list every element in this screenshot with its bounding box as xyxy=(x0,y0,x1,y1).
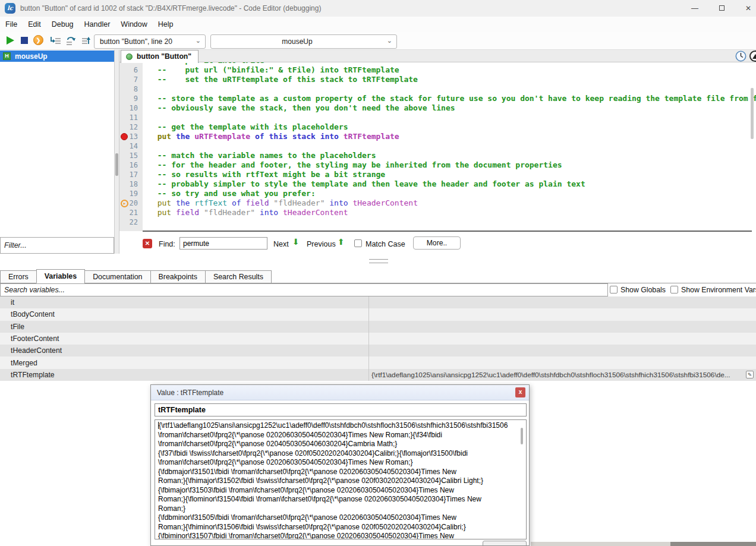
code-line-12[interactable]: 12 -- get the template with its placehol… xyxy=(119,122,756,132)
code-line-22[interactable]: 22 xyxy=(119,217,756,227)
variable-name: tFile xyxy=(0,323,24,331)
menu-file[interactable]: File xyxy=(0,20,23,29)
code-line-17[interactable]: 17 -- so results with rtfText might be a… xyxy=(119,170,756,179)
line-number[interactable]: 18 xyxy=(119,179,143,189)
trace-into-button[interactable] xyxy=(81,36,93,46)
step-out-button[interactable] xyxy=(65,36,77,46)
variable-value-textarea[interactable]: {\rtf1\adeflang1025\ansi\ansicpg1252\uc1… xyxy=(155,419,527,539)
maximize-button[interactable] xyxy=(711,0,732,17)
code-line-10[interactable]: 10 -- obviously save the stack, then you… xyxy=(119,103,756,113)
line-number[interactable]: 22 xyxy=(119,217,143,227)
variable-row-tbodycontent[interactable]: tBodyContent xyxy=(0,308,756,320)
show-environment-checkbox[interactable] xyxy=(670,286,678,293)
script-editor[interactable]: 5 -- put it into tFile6 -- put url ("bin… xyxy=(119,62,756,231)
code-line-14[interactable]: 14 xyxy=(119,141,756,151)
tab-variables[interactable]: Variables xyxy=(36,269,85,283)
line-number[interactable]: 15 xyxy=(119,151,143,160)
current-line-icon[interactable] xyxy=(121,200,128,207)
line-number[interactable]: 11 xyxy=(119,113,143,122)
line-number[interactable]: 8 xyxy=(119,84,143,94)
breakpoint-icon[interactable] xyxy=(121,133,128,140)
code-line-6[interactable]: 6 -- put url ("binfile:" & tFile) into t… xyxy=(119,65,756,75)
handler-selector-dropdown[interactable]: mouseUp xyxy=(210,34,397,49)
edit-value-icon[interactable] xyxy=(746,371,754,378)
line-number[interactable]: 9 xyxy=(119,94,143,103)
sidebar-scrollbar-thumb[interactable] xyxy=(115,153,118,176)
menu-window[interactable]: Window xyxy=(115,20,152,29)
tab-button-button[interactable]: button "Button" xyxy=(121,50,199,63)
dialog-scrollbar-thumb[interactable] xyxy=(521,428,523,444)
close-button[interactable]: ✕ xyxy=(738,0,756,17)
handler-filter-input[interactable] xyxy=(1,238,114,253)
step-over-button[interactable] xyxy=(33,35,43,45)
line-number[interactable]: 21 xyxy=(119,208,143,217)
tab-breakpoints[interactable]: Breakpoints xyxy=(150,270,206,283)
code-line-16[interactable]: 16 -- for the header and footer, the sty… xyxy=(119,160,756,170)
code-line-7[interactable]: 7 -- set the uRTFtemplate of this stack … xyxy=(119,75,756,84)
code-line-20[interactable]: 20 put the rtfText of field "fldHeader" … xyxy=(119,198,756,208)
variable-row-theadercontent[interactable]: tHeaderContent xyxy=(0,345,756,356)
line-number[interactable]: 16 xyxy=(119,160,143,170)
rtf-content-line: \froman\fcharset0\fprq2{\*\panose 020405… xyxy=(158,440,523,449)
pending-messages-clock-icon[interactable] xyxy=(735,51,746,62)
line-number[interactable]: 13 xyxy=(119,132,143,141)
line-number[interactable]: 6 xyxy=(119,65,143,75)
panel-splitter-handle[interactable] xyxy=(369,259,388,263)
variable-row-trtftemplate[interactable]: tRTFtemplate{\rtf1\adeflang1025\ansi\ans… xyxy=(0,369,756,381)
next-arrow-icon[interactable] xyxy=(292,237,300,247)
show-globals-checkbox[interactable] xyxy=(610,286,618,293)
line-number[interactable]: 19 xyxy=(119,189,143,198)
code-line-21[interactable]: 21 put field "fldHeader" into tHeaderCon… xyxy=(119,208,756,217)
code-line-9[interactable]: 9 -- store the template as a custom prop… xyxy=(119,94,756,103)
horizontal-scrollbar-thumb[interactable] xyxy=(670,542,756,546)
code-line-19[interactable]: 19 -- so try and use what you prefer: xyxy=(119,189,756,198)
dialog-title-bar[interactable]: Value : tRTFtemplate x xyxy=(151,385,529,400)
variable-row-tfootercontent[interactable]: tFooterContent xyxy=(0,333,756,345)
minimize-button[interactable]: — xyxy=(685,0,705,17)
line-number[interactable]: 10 xyxy=(119,103,143,113)
dialog-close-button[interactable]: x xyxy=(515,387,525,397)
code-line-11[interactable]: 11 xyxy=(119,113,756,122)
rtf-content-line: \froman\fcharset0\fprq2{\*\panose 020206… xyxy=(158,458,523,468)
dialog-partial-button[interactable] xyxy=(483,541,527,546)
code-text xyxy=(143,113,148,122)
handler-type-icon: H xyxy=(3,52,11,60)
line-number[interactable]: 20 xyxy=(119,198,143,208)
line-number[interactable]: 7 xyxy=(119,75,143,84)
bottom-panel-tabs: ErrorsVariablesDocumentationBreakpointsS… xyxy=(0,269,756,283)
sidebar-item-mouseup[interactable]: H mouseUp xyxy=(0,51,114,62)
menu-debug[interactable]: Debug xyxy=(46,20,79,29)
step-into-button[interactable] xyxy=(50,36,62,46)
line-number[interactable]: 12 xyxy=(119,122,143,132)
variable-row-tmerged[interactable]: tMerged xyxy=(0,356,756,368)
tab-errors[interactable]: Errors xyxy=(0,270,37,283)
variable-search-input[interactable] xyxy=(1,284,607,296)
find-next-button[interactable]: Next xyxy=(273,240,289,248)
find-input[interactable] xyxy=(179,237,267,250)
menu-edit[interactable]: Edit xyxy=(23,20,46,29)
tab-documentation[interactable]: Documentation xyxy=(84,270,150,283)
previous-arrow-icon[interactable] xyxy=(338,237,345,247)
line-number[interactable]: 17 xyxy=(119,170,143,179)
tab-search-results[interactable]: Search Results xyxy=(205,270,272,283)
line-number[interactable]: 14 xyxy=(119,141,143,151)
variable-name-input[interactable] xyxy=(155,403,527,416)
stop-debugging-button[interactable] xyxy=(21,37,28,44)
context-selector-dropdown[interactable]: button "Button", line 20 xyxy=(94,34,206,49)
match-case-checkbox[interactable] xyxy=(354,239,362,247)
code-line-18[interactable]: 18 -- probably simpler to style the temp… xyxy=(119,179,756,189)
find-previous-button[interactable]: Previous xyxy=(307,240,336,248)
run-continue-button[interactable] xyxy=(7,36,14,45)
find-close-icon[interactable] xyxy=(143,239,152,248)
chevron-down-icon xyxy=(387,37,392,45)
menu-help[interactable]: Help xyxy=(153,20,179,29)
code-line-8[interactable]: 8 xyxy=(119,84,756,94)
editor-scrollbar-thumb[interactable] xyxy=(751,88,754,139)
variables-column-divider[interactable] xyxy=(368,296,369,381)
variable-row-it[interactable]: it xyxy=(0,296,756,308)
menu-handler[interactable]: Handler xyxy=(79,20,116,29)
code-line-13[interactable]: 13 put the uRTFtemplate of this stack in… xyxy=(119,132,756,141)
find-more-button[interactable]: More.. xyxy=(413,236,461,250)
variable-row-tfile[interactable]: tFile xyxy=(0,321,756,333)
code-line-15[interactable]: 15 -- match the variable names to the pl… xyxy=(119,151,756,160)
